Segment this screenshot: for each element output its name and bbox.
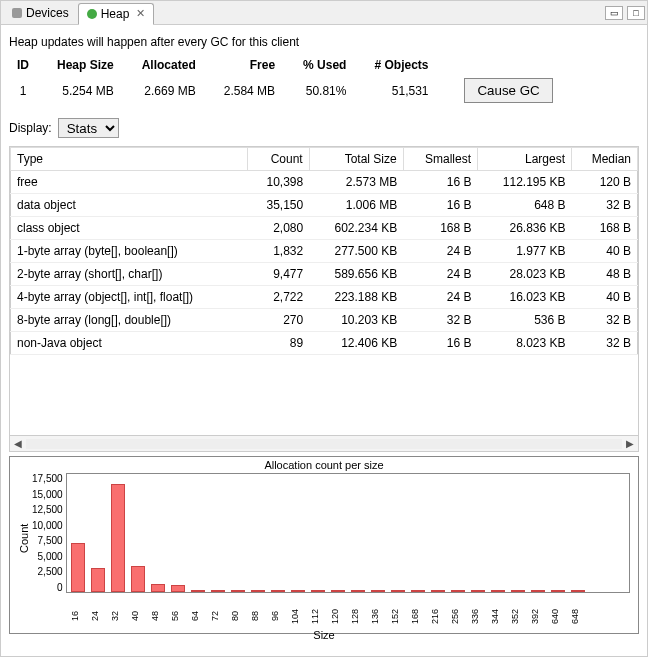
chart-bar bbox=[91, 568, 105, 592]
scroll-track[interactable] bbox=[26, 439, 622, 449]
cause-gc-button[interactable]: Cause GC bbox=[464, 78, 552, 103]
chart-bar bbox=[571, 590, 585, 592]
chart-bar bbox=[411, 590, 425, 592]
chart-bar bbox=[291, 590, 305, 592]
type-table: Type Count Total Size Smallest Largest M… bbox=[10, 147, 638, 355]
scroll-left-icon[interactable]: ◀ bbox=[10, 438, 26, 449]
maximize-button[interactable]: □ bbox=[627, 6, 645, 20]
chart-bar bbox=[311, 590, 325, 592]
chart-bar bbox=[191, 590, 205, 592]
chart-title: Allocation count per size bbox=[18, 459, 630, 471]
heap-summary-table: ID Heap Size Allocated Free % Used # Obj… bbox=[9, 55, 567, 106]
type-table-container[interactable]: Type Count Total Size Smallest Largest M… bbox=[9, 146, 639, 436]
table-row[interactable]: data object35,1501.006 MB16 B648 B32 B bbox=[11, 194, 638, 217]
chart-bar bbox=[371, 590, 385, 592]
chart-bar bbox=[331, 590, 345, 592]
display-select[interactable]: Stats bbox=[58, 118, 119, 138]
table-row[interactable]: free10,3982.573 MB16 B112.195 KB120 B bbox=[11, 171, 638, 194]
heap-summary-row: 1 5.254 MB 2.669 MB 2.584 MB 50.81% 51,5… bbox=[9, 75, 567, 106]
chart-bar bbox=[491, 590, 505, 592]
chart-bar bbox=[211, 590, 225, 592]
table-row[interactable]: 4-byte array (object[], int[], float[])2… bbox=[11, 286, 638, 309]
tab-heap[interactable]: Heap ✕ bbox=[78, 3, 155, 25]
table-row[interactable]: 1-byte array (byte[], boolean[])1,832277… bbox=[11, 240, 638, 263]
display-row: Display: Stats bbox=[9, 118, 639, 138]
display-label: Display: bbox=[9, 121, 52, 135]
heap-summary-header: ID Heap Size Allocated Free % Used # Obj… bbox=[9, 55, 567, 75]
chart-bar bbox=[251, 590, 265, 592]
chart-bar bbox=[171, 585, 185, 592]
chart-ylabel: Count bbox=[18, 473, 30, 603]
chart-bar bbox=[351, 590, 365, 592]
chart-bar bbox=[151, 584, 165, 592]
info-text: Heap updates will happen after every GC … bbox=[9, 35, 639, 49]
chart-bar bbox=[271, 590, 285, 592]
minimize-button[interactable]: ▭ bbox=[605, 6, 623, 20]
chart-bar bbox=[511, 590, 525, 592]
chart-bars bbox=[71, 474, 625, 592]
chart-bar bbox=[451, 590, 465, 592]
scroll-right-icon[interactable]: ▶ bbox=[622, 438, 638, 449]
table-row[interactable]: 2-byte array (short[], char[])9,477589.6… bbox=[11, 263, 638, 286]
chart-bar bbox=[431, 590, 445, 592]
table-row[interactable]: class object2,080602.234 KB168 B26.836 K… bbox=[11, 217, 638, 240]
content-pane: Heap updates will happen after every GC … bbox=[1, 25, 647, 644]
chart-xaxis: 1624324048566472808896104112120128136152… bbox=[70, 605, 630, 627]
window-buttons: ▭ □ bbox=[605, 6, 645, 20]
chart-bar bbox=[391, 590, 405, 592]
tab-bar: Devices Heap ✕ ▭ □ bbox=[1, 1, 647, 25]
chart-bar bbox=[531, 590, 545, 592]
chart-plot bbox=[66, 473, 630, 593]
tab-devices[interactable]: Devices bbox=[3, 2, 78, 24]
tab-label: Heap bbox=[101, 7, 130, 21]
heap-icon bbox=[87, 9, 97, 19]
chart-bar bbox=[111, 484, 125, 592]
chart-bar bbox=[71, 543, 85, 592]
chart-bar bbox=[471, 590, 485, 592]
chart-bar bbox=[231, 590, 245, 592]
chart-bar bbox=[551, 590, 565, 592]
horizontal-scrollbar[interactable]: ◀ ▶ bbox=[9, 436, 639, 452]
chart-container: Allocation count per size Count 17,50015… bbox=[9, 456, 639, 634]
close-icon[interactable]: ✕ bbox=[136, 7, 145, 20]
chart-xlabel: Size bbox=[18, 629, 630, 641]
chart-bar bbox=[131, 566, 145, 592]
type-table-header: Type Count Total Size Smallest Largest M… bbox=[11, 148, 638, 171]
table-row[interactable]: non-Java object8912.406 KB16 B8.023 KB32… bbox=[11, 332, 638, 355]
table-row[interactable]: 8-byte array (long[], double[])27010.203… bbox=[11, 309, 638, 332]
chart-yaxis: 17,50015,00012,50010,0007,5005,0002,5000 bbox=[32, 473, 66, 593]
device-icon bbox=[12, 8, 22, 18]
tab-label: Devices bbox=[26, 6, 69, 20]
